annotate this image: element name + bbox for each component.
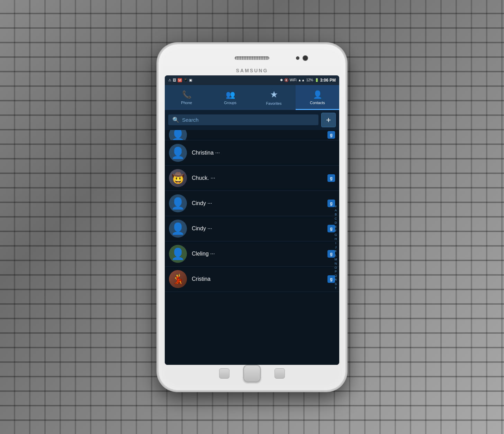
contact-item-partial[interactable]: 👤 g [165,130,339,140]
alphabet-index: # A B C D E F G H I J K L M N O P [332,130,339,365]
alpha-P[interactable]: P [335,270,337,274]
image-icon: 🖼 [173,78,176,82]
phone-tab-label: Phone [181,101,192,105]
tab-contacts[interactable]: 👤 Contacts [296,85,339,110]
contacts-list: 👤 g 👤 Christina ··· 🤠 [165,130,339,365]
status-time: 3:06 PM [320,78,336,83]
search-icon: 🔍 [172,117,179,123]
contact-name-cindy1: Cindy ··· [192,200,327,206]
groups-tab-icon: 👥 [226,90,235,99]
contacts-tab-icon: 👤 [313,90,322,99]
signal-icon: ▲▲ [298,78,305,82]
contact-avatar-christina: 👤 [169,144,187,162]
alpha-Q[interactable]: Q [334,274,337,278]
silhouette-icon-cindy2: 👤 [171,222,185,235]
contact-item-chuck[interactable]: 🤠 Chuck. ··· g [165,166,339,191]
contact-name-chuck: Chuck. ··· [192,175,327,181]
tab-groups[interactable]: 👥 Groups [208,85,252,110]
wifi-icon: WiFi [290,78,297,82]
contacts-tab-label: Contacts [310,101,325,105]
contact-item-cristina[interactable]: 💃 Cristina g [165,267,339,292]
back-button[interactable] [219,368,230,379]
alpha-O[interactable]: O [334,266,337,270]
contact-avatar-cleling: 👤 [169,245,187,263]
phone-wrapper: SAMSUNG ⚠ 🖼 M 📱 ▣ ✱ 🔇 WiFi ▲▲ 12% [159,44,345,390]
chuck-photo-placeholder: 🤠 [172,172,184,184]
contact-item-cindy1[interactable]: 👤 Cindy ··· g [165,191,339,216]
favorites-tab-label: Favorites [266,101,281,105]
home-button[interactable] [243,365,261,382]
status-bar: ⚠ 🖼 M 📱 ▣ ✱ 🔇 WiFi ▲▲ 12% 🔋 3:06 PM [165,75,339,85]
contact-avatar-chuck: 🤠 [169,169,187,187]
avatar-silhouette-icon: 👤 [171,130,185,140]
notification-icon: 📱 [183,78,188,82]
alpha-L[interactable]: L [335,253,336,257]
contact-item-cindy2[interactable]: 👤 Cindy ··· g [165,216,339,241]
alpha-G[interactable]: G [334,233,337,237]
contact-avatar-cindy2: 👤 [169,220,187,238]
contact-name-cleling: Cleling ··· [192,251,327,257]
silhouette-icon-cindy1: 👤 [171,197,185,210]
status-icons-left: ⚠ 🖼 M 📱 ▣ [168,78,192,82]
contact-avatar-cindy1: 👤 [169,194,187,212]
warning-icon: ⚠ [168,78,171,82]
samsung-brand-label: SAMSUNG [236,68,268,73]
bluetooth-icon: ✱ [280,78,283,82]
alpha-J[interactable]: J [335,246,337,249]
phone-bottom-buttons [219,368,285,380]
alpha-T[interactable]: T [335,286,337,290]
groups-tab-label: Groups [224,101,236,105]
alpha-hash[interactable]: # [335,205,336,209]
alpha-F[interactable]: F [335,229,337,233]
favorites-tab-icon: ★ [270,89,278,100]
alpha-A[interactable]: A [335,209,337,212]
battery-percentage: 12% [306,78,313,82]
alpha-E[interactable]: E [335,225,337,229]
tab-bar: 📞 Phone 👥 Groups ★ Favorites 👤 Contacts [165,85,339,110]
alpha-I[interactable]: I [335,241,336,245]
search-bar: 🔍 Search + [165,110,339,130]
phone-tab-icon: 📞 [182,90,191,99]
alpha-D[interactable]: D [335,221,337,225]
alpha-M[interactable]: M [334,258,337,261]
contact-avatar-partial: 👤 [169,130,187,140]
storage-icon: ▣ [189,78,192,82]
sensor-dot [296,56,299,60]
phone-screen: ⚠ 🖼 M 📱 ▣ ✱ 🔇 WiFi ▲▲ 12% 🔋 3:06 PM [165,75,339,365]
alpha-K[interactable]: K [335,249,337,253]
silhouette-icon-christina: 👤 [171,146,185,159]
silhouette-icon-cleling: 👤 [171,247,185,260]
cristina-photo-placeholder: 💃 [172,273,184,285]
front-camera [303,55,308,61]
contact-name-cindy2: Cindy ··· [192,225,327,232]
alpha-C[interactable]: C [335,217,337,221]
contact-name-christina: Christina ··· [192,150,335,156]
phone-top [165,51,339,65]
contact-avatar-cristina: 💃 [169,270,187,288]
contact-item-christina[interactable]: 👤 Christina ··· [165,140,339,166]
menu-button[interactable] [274,368,285,379]
alpha-S[interactable]: S [335,282,337,286]
search-input-wrapper[interactable]: 🔍 Search [168,114,318,125]
gmail-icon: M [178,78,182,82]
tab-favorites[interactable]: ★ Favorites [252,85,296,110]
status-icons-right: ✱ 🔇 WiFi ▲▲ 12% 🔋 3:06 PM [280,78,336,83]
alpha-H[interactable]: H [335,237,337,241]
battery-low-icon: 🔋 [315,78,319,82]
mute-icon: 🔇 [284,78,288,82]
alpha-B[interactable]: B [335,213,337,216]
contact-name-cristina: Cristina [192,276,327,282]
search-placeholder-text: Search [182,117,199,123]
contact-item-cleling[interactable]: 👤 Cleling ··· g [165,241,339,267]
speaker-grille [235,56,269,60]
alpha-R[interactable]: R [335,278,337,282]
phone-body: SAMSUNG ⚠ 🖼 M 📱 ▣ ✱ 🔇 WiFi ▲▲ 12% [159,44,345,390]
add-contact-button[interactable]: + [321,113,336,127]
tab-phone[interactable]: 📞 Phone [165,85,208,110]
alpha-N[interactable]: N [335,262,337,266]
